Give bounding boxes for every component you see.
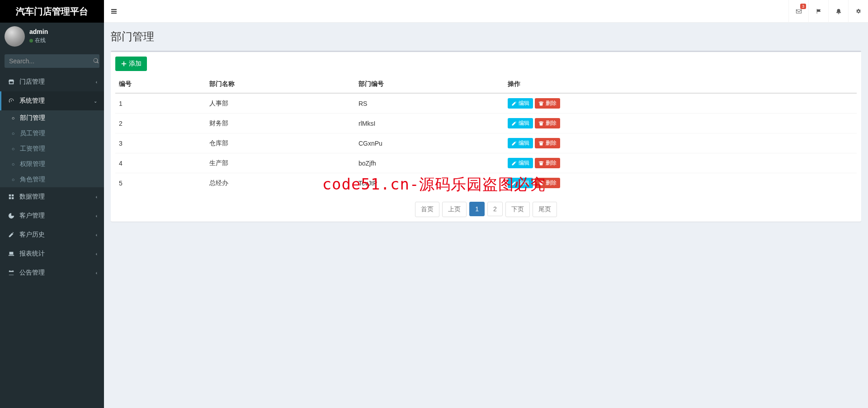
circle-icon: ○ — [9, 131, 17, 136]
cell-name: 总经办 — [206, 173, 355, 193]
search-button[interactable] — [93, 54, 99, 68]
chevron-down-icon: ⌄ — [94, 99, 97, 104]
cell-code: CGxnPu — [355, 133, 504, 153]
edit-button[interactable]: 编辑 — [508, 118, 533, 128]
pencil-icon — [511, 161, 517, 166]
th-code: 部门编号 — [355, 76, 504, 93]
delete-button[interactable]: 删除 — [535, 178, 560, 188]
data-icon — [7, 194, 16, 200]
store-icon — [7, 79, 16, 85]
edit-button[interactable]: 编辑 — [508, 138, 533, 148]
cell-code: boZjfh — [355, 153, 504, 173]
menu-system[interactable]: 系统管理⌄ — [0, 91, 104, 110]
pagination: 首页 上页 1 2 下页 尾页 — [115, 202, 857, 217]
search-input[interactable] — [5, 54, 93, 68]
pie-icon — [7, 213, 16, 219]
nav-settings[interactable] — [848, 0, 868, 23]
sidebar: 汽车门店管理平台 admin 在线 门店管理‹ 系统管理⌄ ○部门管理 ○员工管… — [0, 0, 104, 408]
calendar-icon — [7, 270, 16, 276]
trash-icon — [538, 141, 544, 146]
flag-icon — [816, 8, 822, 14]
nav-mail[interactable]: 3 — [788, 0, 808, 23]
edit-button[interactable]: 编辑 — [508, 178, 533, 188]
page-prev[interactable]: 上页 — [442, 202, 467, 217]
pencil-icon — [511, 121, 517, 126]
cell-action: 编辑 删除 — [504, 114, 857, 133]
menu-data[interactable]: 数据管理‹ — [0, 187, 104, 206]
search-icon — [93, 58, 99, 64]
delete-button[interactable]: 删除 — [535, 138, 560, 148]
menu-customer[interactable]: 客户管理‹ — [0, 206, 104, 225]
edit-button[interactable]: 编辑 — [508, 98, 533, 109]
table-row: 5总经办TcvJtP编辑 删除 — [115, 173, 857, 193]
table-row: 2财务部rlMksI编辑 删除 — [115, 114, 857, 133]
cell-name: 人事部 — [206, 93, 355, 114]
chevron-left-icon: ‹ — [96, 232, 97, 237]
trash-icon — [538, 180, 544, 186]
laptop-icon — [7, 251, 16, 257]
page-next[interactable]: 下页 — [505, 202, 530, 217]
circle-icon: ○ — [9, 115, 17, 121]
submenu-employee[interactable]: ○员工管理 — [0, 126, 104, 141]
cell-code: TcvJtP — [355, 173, 504, 193]
cell-name: 生产部 — [206, 153, 355, 173]
edit-icon — [7, 232, 16, 238]
th-name: 部门名称 — [206, 76, 355, 93]
page-1[interactable]: 1 — [469, 202, 485, 216]
page-2[interactable]: 2 — [487, 202, 503, 216]
main-box: 添加 编号 部门名称 部门编号 操作 1人事部RS编辑 删除2财务部rlMksI… — [111, 51, 861, 222]
trash-icon — [538, 161, 544, 166]
trash-icon — [538, 121, 544, 126]
delete-button[interactable]: 删除 — [535, 158, 560, 168]
th-action: 操作 — [504, 76, 857, 93]
sidebar-toggle-button[interactable] — [104, 0, 124, 23]
delete-button[interactable]: 删除 — [535, 118, 560, 128]
cell-code: rlMksI — [355, 114, 504, 133]
table-row: 1人事部RS编辑 删除 — [115, 93, 857, 114]
menu-report[interactable]: 报表统计‹ — [0, 244, 104, 263]
online-dot-icon — [29, 39, 33, 43]
cell-action: 编辑 删除 — [504, 93, 857, 114]
cell-id: 1 — [115, 93, 206, 114]
submenu-salary[interactable]: ○工资管理 — [0, 141, 104, 157]
submenu-role[interactable]: ○角色管理 — [0, 172, 104, 187]
cell-name: 财务部 — [206, 114, 355, 133]
dashboard-icon — [7, 98, 16, 104]
department-table: 编号 部门名称 部门编号 操作 1人事部RS编辑 删除2财务部rlMksI编辑 … — [115, 76, 857, 193]
page-last[interactable]: 尾页 — [533, 202, 557, 217]
content: 添加 编号 部门名称 部门编号 操作 1人事部RS编辑 删除2财务部rlMksI… — [104, 44, 868, 228]
bars-icon — [110, 8, 118, 15]
cell-id: 4 — [115, 153, 206, 173]
top-header: 3 — [104, 0, 868, 23]
chevron-left-icon: ‹ — [96, 270, 97, 275]
add-button[interactable]: 添加 — [115, 57, 147, 71]
trash-icon — [538, 101, 544, 106]
submenu-department[interactable]: ○部门管理 — [0, 110, 104, 126]
nav-bell[interactable] — [828, 0, 848, 23]
circle-icon: ○ — [9, 177, 17, 182]
content-header: 部门管理 — [104, 23, 868, 44]
menu-notice[interactable]: 公告管理‹ — [0, 263, 104, 282]
menu-store[interactable]: 门店管理‹ — [0, 72, 104, 91]
circle-icon: ○ — [9, 161, 17, 167]
cell-code: RS — [355, 93, 504, 114]
avatar[interactable] — [5, 26, 25, 47]
nav-flag[interactable] — [808, 0, 828, 23]
edit-button[interactable]: 编辑 — [508, 158, 533, 168]
sidebar-menu: 门店管理‹ 系统管理⌄ ○部门管理 ○员工管理 ○工资管理 ○权限管理 ○角色管… — [0, 72, 104, 282]
table-row: 3仓库部CGxnPu编辑 删除 — [115, 133, 857, 153]
delete-button[interactable]: 删除 — [535, 98, 560, 109]
chevron-left-icon: ‹ — [96, 213, 97, 218]
pencil-icon — [511, 141, 517, 146]
submenu-system: ○部门管理 ○员工管理 ○工资管理 ○权限管理 ○角色管理 — [0, 110, 104, 187]
submenu-permission[interactable]: ○权限管理 — [0, 157, 104, 172]
plus-icon — [121, 61, 127, 67]
mail-badge: 3 — [800, 4, 806, 9]
pencil-icon — [511, 101, 517, 106]
page-first[interactable]: 首页 — [415, 202, 439, 217]
cell-action: 编辑 删除 — [504, 133, 857, 153]
bell-icon — [835, 8, 842, 14]
menu-history[interactable]: 客户历史‹ — [0, 225, 104, 244]
envelope-icon — [796, 8, 802, 14]
cell-action: 编辑 删除 — [504, 173, 857, 193]
